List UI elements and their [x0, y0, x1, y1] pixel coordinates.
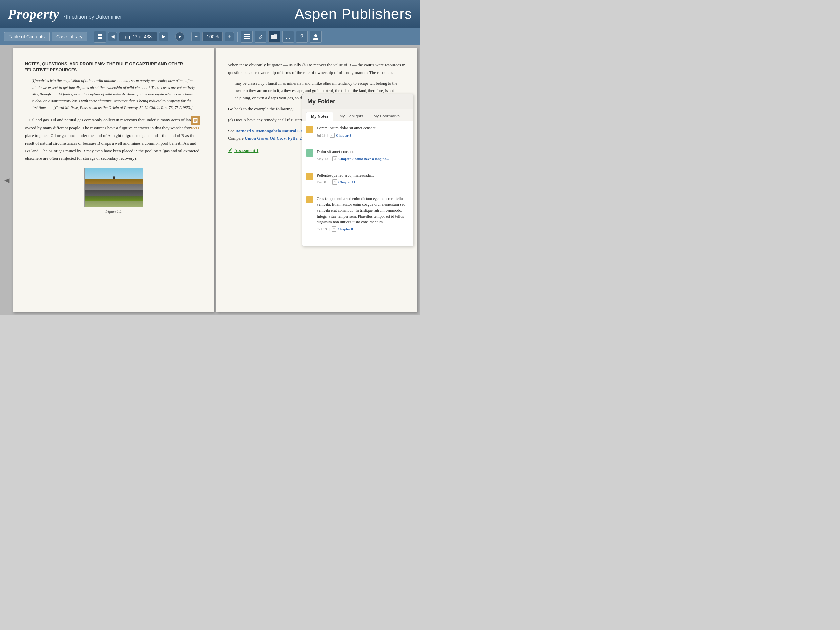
prev-page-button[interactable]: ◀ — [108, 32, 117, 41]
note-icon — [191, 116, 200, 125]
note-item-meta-0: Jul 19 | □ Chapter 3 — [317, 133, 409, 138]
svg-rect-4 — [244, 35, 250, 35]
my-folder-tabs: My Notes My Highlights My Bookmarks — [302, 109, 413, 121]
note-item-content-2: Pellentesque leo arcu, malesuada...Dec '… — [317, 172, 409, 185]
note-page-icon-2: □ — [332, 180, 337, 185]
user-button[interactable] — [310, 31, 322, 43]
toolbar-separator-4 — [237, 32, 238, 42]
help-button[interactable]: ? — [296, 31, 308, 43]
my-folder-content: Lorem ipsum dolor sit amet consect...Jul… — [302, 121, 413, 246]
figure-container: Figure 1.1 — [25, 168, 202, 214]
note-separator-1: | — [330, 157, 330, 161]
main-content: ◀ NOTES, QUESTIONS, AND PROBLEMS: THE RU… — [0, 45, 420, 315]
svg-rect-3 — [100, 37, 103, 39]
toolbar: Table of Contents Case Library ◀ pg. 12 … — [0, 28, 420, 45]
note-chapter-0: Chapter 3 — [336, 133, 351, 137]
figure-caption: Figure 1.1 — [105, 209, 122, 214]
circle-btn[interactable]: ● — [175, 32, 185, 41]
note-item-content-1: Dolor sit amet consect...May 10 | □ Chap… — [317, 148, 409, 161]
note-item-meta-2: Dec '09 | □ Chapter 11 — [317, 180, 409, 185]
section-heading: NOTES, QUESTIONS, AND PROBLEMS: THE RULE… — [25, 61, 202, 73]
annotate-icon — [286, 34, 291, 39]
note-label: NOTE — [191, 126, 199, 129]
toc-button[interactable]: Table of Contents — [4, 32, 49, 41]
note-item-text-0: Lorem ipsum dolor sit amet consect... — [317, 125, 409, 131]
pencil-icon — [258, 34, 263, 39]
note-page-icon-1: □ — [332, 156, 337, 161]
svg-rect-1 — [100, 35, 103, 36]
note-item-meta-3: Oct '09 | □ Chapter 8 — [317, 226, 409, 232]
lines-icon — [244, 35, 250, 39]
paragraph-1: 1. Oil and gas. Oil and natural gas comm… — [25, 116, 202, 162]
nav-icon-btn[interactable] — [94, 31, 106, 43]
page-nav-left[interactable]: ◀ — [3, 48, 11, 313]
quote-block: [I]nquiries into the acquisition of titl… — [32, 77, 196, 111]
left-page: NOTES, QUESTIONS, AND PROBLEMS: THE RULE… — [13, 48, 214, 313]
note-separator-0: | — [327, 133, 328, 137]
note-item-meta-1: May 10 | □ Chapter 7 could have a long n… — [317, 156, 409, 161]
book-title-area: Property 7th edition by Dukeminier — [8, 6, 122, 22]
book-sub-title: 7th edition by Dukeminier — [63, 14, 122, 20]
rp-paragraph-1: When these obviously litigation — usuall… — [228, 61, 406, 76]
annotate-button[interactable] — [282, 31, 294, 43]
note-date-2: Dec '09 — [317, 180, 327, 184]
pencil-button[interactable] — [255, 31, 267, 43]
zoom-level-display: 100% — [202, 32, 223, 41]
my-folder-title: My Folder — [302, 94, 413, 109]
my-folder-panel: My Folder My Notes My Highlights My Book… — [302, 94, 414, 246]
note-item-text-3: Cras tempus nulla sed enim dictum eget h… — [317, 196, 409, 225]
toolbar-separator-2 — [172, 32, 172, 42]
note-separator-3: | — [329, 227, 330, 231]
note-item-content-3: Cras tempus nulla sed enim dictum eget h… — [317, 196, 409, 232]
svg-point-7 — [314, 35, 317, 37]
note-color-icon-3 — [306, 196, 313, 204]
svg-rect-0 — [98, 35, 100, 36]
zoom-in-button[interactable]: + — [225, 32, 234, 41]
note-separator-2: | — [330, 180, 330, 184]
note-item-text-2: Pellentesque leo arcu, malesuada... — [317, 172, 409, 178]
note-page-icon — [193, 118, 198, 123]
note-chapter-3: Chapter 8 — [338, 227, 353, 231]
check-icon: ✔ — [228, 146, 232, 155]
note-item-3: Cras tempus nulla sed enim dictum eget h… — [306, 196, 409, 237]
note-color-icon-0 — [306, 126, 313, 133]
note-chapter-2: Chapter 11 — [338, 180, 355, 184]
note-date-0: Jul 19 — [317, 133, 325, 137]
view-mode-button[interactable] — [241, 31, 253, 43]
publisher-name: Aspen Publishers — [295, 6, 412, 22]
grid-icon — [98, 34, 103, 39]
note-color-icon-1 — [306, 149, 313, 156]
note-item-1: Dolor sit amet consect...May 10 | □ Chap… — [306, 148, 409, 167]
note-chapter-1: Chapter 7 could have a long na... — [338, 157, 389, 161]
user-icon — [313, 34, 319, 40]
toolbar-separator-1 — [90, 32, 91, 42]
tab-my-notes[interactable]: My Notes — [306, 112, 333, 121]
folder-icon — [272, 35, 277, 39]
page-indicator: pg. 12 of 438 — [119, 32, 157, 41]
note-date-3: Oct '09 — [317, 227, 327, 231]
tab-my-bookmarks[interactable]: My Bookmarks — [369, 112, 404, 121]
note-page-icon-0: □ — [330, 133, 335, 138]
assessment-label: Assessment 1 — [234, 147, 258, 154]
folder-button[interactable] — [268, 31, 280, 43]
tab-my-highlights[interactable]: My Highlights — [335, 112, 368, 121]
note-color-icon-2 — [306, 173, 313, 180]
case-library-button[interactable]: Case Library — [52, 32, 87, 41]
note-item-content-0: Lorem ipsum dolor sit amet consect...Jul… — [317, 125, 409, 138]
svg-rect-2 — [98, 37, 100, 39]
next-page-button[interactable]: ▶ — [159, 32, 168, 41]
book-main-title: Property — [8, 6, 59, 22]
note-item-0: Lorem ipsum dolor sit amet consect...Jul… — [306, 125, 409, 144]
note-date-1: May 10 — [317, 157, 328, 161]
note-page-icon-3: □ — [332, 226, 336, 232]
question-mark-icon: ? — [300, 34, 303, 40]
zoom-out-button[interactable]: − — [191, 32, 201, 41]
note-marker: NOTE — [191, 116, 200, 129]
svg-rect-6 — [244, 38, 250, 39]
svg-rect-5 — [244, 36, 250, 37]
app-header: Property 7th edition by Dukeminier Aspen… — [0, 0, 420, 28]
note-item-text-1: Dolor sit amet consect... — [317, 148, 409, 155]
toolbar-separator-3 — [188, 32, 188, 42]
figure-image — [84, 168, 144, 207]
note-item-2: Pellentesque leo arcu, malesuada...Dec '… — [306, 172, 409, 191]
